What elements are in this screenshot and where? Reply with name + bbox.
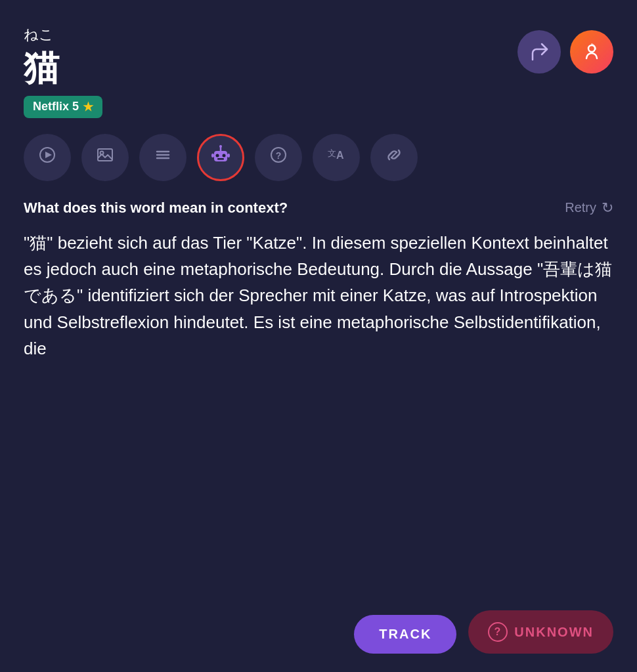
list-icon <box>153 145 173 169</box>
link-button[interactable] <box>370 134 418 181</box>
word-info: ねこ 猫 Netflix 5 ★ <box>24 26 102 118</box>
header-buttons <box>517 30 613 74</box>
retry-icon: ↻ <box>602 200 613 217</box>
image-icon <box>95 145 115 169</box>
word-reading: ねこ <box>24 26 102 43</box>
retry-label: Retry <box>565 200 596 215</box>
svg-text:?: ? <box>276 150 282 161</box>
question-label: What does this word mean in context? <box>24 200 288 217</box>
unknown-label: UNKNOWN <box>514 625 594 640</box>
svg-rect-13 <box>217 158 224 160</box>
svg-marker-2 <box>45 152 52 158</box>
question-button[interactable]: ? <box>255 134 302 181</box>
retry-button[interactable]: Retry ↻ <box>565 200 613 217</box>
translate-icon: 文 A <box>326 144 347 170</box>
svg-point-12 <box>223 154 226 158</box>
app-container: ねこ 猫 Netflix 5 ★ <box>0 0 637 672</box>
profile-button[interactable] <box>570 30 613 74</box>
bottom-bar: TRACK ? UNKNOWN <box>0 600 637 672</box>
ai-button[interactable] <box>197 134 244 181</box>
svg-point-11 <box>216 154 219 158</box>
badge-label: Netflix 5 <box>33 100 79 114</box>
svg-text:文: 文 <box>328 148 336 158</box>
link-icon <box>384 145 404 169</box>
share-button[interactable] <box>517 30 561 74</box>
svg-rect-3 <box>98 149 112 161</box>
unknown-icon: ? <box>488 622 508 642</box>
play-icon <box>37 145 57 169</box>
svg-rect-14 <box>211 154 214 158</box>
unknown-button[interactable]: ? UNKNOWN <box>468 610 613 654</box>
play-button[interactable] <box>24 134 71 181</box>
ai-robot-icon <box>209 143 232 171</box>
image-button[interactable] <box>81 134 129 181</box>
track-button[interactable]: TRACK <box>354 615 456 654</box>
svg-point-10 <box>219 145 222 148</box>
question-icon: ? <box>269 145 288 169</box>
toolbar-row: ? 文 A <box>24 134 613 181</box>
netflix-badge: Netflix 5 ★ <box>24 96 102 118</box>
profile-icon <box>581 41 602 62</box>
svg-rect-15 <box>227 154 230 158</box>
list-button[interactable] <box>139 134 187 181</box>
star-icon: ★ <box>83 100 93 114</box>
header-row: ねこ 猫 Netflix 5 ★ <box>24 26 613 118</box>
share-icon <box>529 41 550 62</box>
question-row: What does this word mean in context? Ret… <box>24 200 613 217</box>
svg-text:A: A <box>336 150 344 161</box>
word-kanji: 猫 <box>24 49 102 87</box>
translate-button[interactable]: 文 A <box>313 134 360 181</box>
